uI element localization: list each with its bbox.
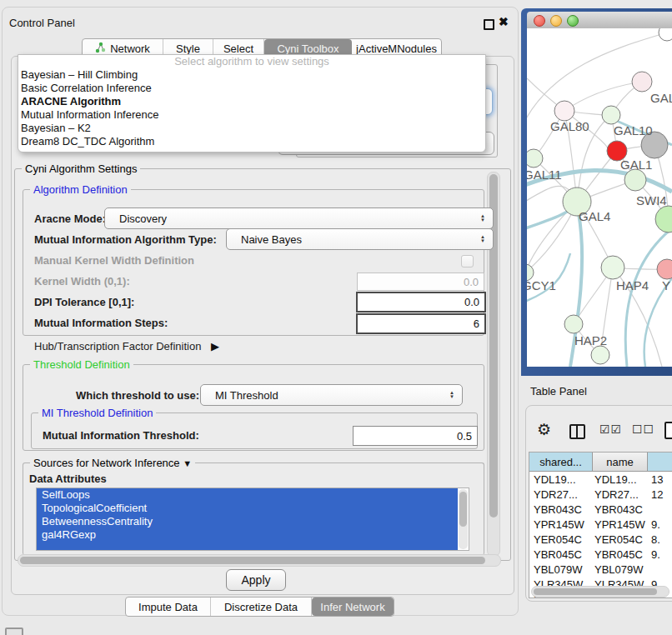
cyni-settings-group-title: Cyni Algorithm Settings	[22, 162, 140, 175]
network-node[interactable]	[527, 149, 543, 168]
sources-group-title[interactable]: Sources for Network Inference ▼	[30, 457, 195, 469]
network-edge[interactable]	[625, 228, 672, 367]
table-cell[interactable]: 12	[648, 488, 672, 501]
table-cell[interactable]: 8.	[648, 533, 672, 546]
unchecked-boxes-icon[interactable]: ☐☐	[632, 422, 654, 436]
data-attributes-label: Data Attributes	[29, 472, 107, 485]
column-header-name[interactable]: name	[593, 452, 648, 471]
table-row[interactable]: YBL079WYBL079W	[529, 562, 672, 577]
dpi-tolerance-field[interactable]: 0.0	[356, 292, 486, 312]
network-node[interactable]	[591, 346, 609, 364]
table-cell[interactable]: YBL079W	[529, 563, 593, 576]
mi-threshold-field[interactable]: 0.5	[353, 426, 478, 446]
table-cell[interactable]: YBR045C	[593, 548, 648, 561]
mi-steps-field[interactable]: 6	[356, 313, 486, 334]
attribute-item[interactable]: SelfLoops	[37, 488, 458, 502]
attribute-item[interactable]: BetweennessCentrality	[37, 515, 458, 528]
checked-boxes-icon[interactable]: ☑☑	[599, 422, 622, 436]
table-row[interactable]: YBR045CYBR045C9.	[529, 547, 672, 562]
table-cell[interactable]: YDR27...	[593, 488, 648, 501]
dpi-tolerance-label: DPI Tolerance [0,1]:	[34, 296, 134, 308]
table-cell[interactable]: YDL19...	[529, 473, 593, 486]
kernel-width-label: Kernel Width (0,1):	[34, 275, 130, 288]
network-node[interactable]	[655, 206, 672, 232]
network-node[interactable]	[659, 28, 672, 41]
table-cell[interactable]: YBR043C	[529, 503, 593, 516]
network-node[interactable]	[657, 259, 672, 279]
apply-button[interactable]: Apply	[226, 569, 286, 591]
table-horizontal-scrollbar[interactable]	[531, 586, 669, 598]
network-node[interactable]	[602, 106, 620, 124]
table-row[interactable]: YDL19...YDL19...13	[529, 472, 672, 487]
sheet-icon[interactable]	[664, 422, 672, 439]
table-cell[interactable]: YPR145W	[529, 518, 593, 531]
kernel-width-field[interactable]: 0.0	[357, 272, 484, 291]
dropdown-item[interactable]: Mutual Information Inference	[18, 108, 485, 122]
network-canvas[interactable]: GALGAL80GAL10GAL1GAL11SWI4GAL4GCY1HAP4YH…	[527, 28, 672, 367]
table-cell[interactable]: YER054C	[529, 533, 593, 546]
data-attributes-list: SelfLoops TopologicalCoefficient Between…	[36, 488, 469, 551]
zoom-traffic-light-icon[interactable]	[567, 15, 579, 27]
attribute-item[interactable]: gal4RGexp	[37, 528, 458, 542]
network-node[interactable]	[624, 169, 646, 191]
network-node[interactable]	[632, 72, 652, 92]
tab-discretize-data-label: Discretize Data	[224, 601, 298, 613]
table-cell[interactable]: YBL079W	[593, 563, 648, 576]
aracne-mode-combobox[interactable]: Discovery ▲▼	[104, 208, 494, 229]
minimized-panel-icon[interactable]	[5, 628, 23, 635]
dropdown-item[interactable]: Bayesian – K2	[18, 122, 485, 135]
tab-infer-network[interactable]: Infer Network	[312, 598, 394, 616]
attributes-vertical-scrollbar[interactable]	[459, 489, 468, 549]
network-edge[interactable]	[564, 82, 642, 111]
column-header-partial[interactable]	[648, 452, 672, 471]
table-cell[interactable]: 9.	[648, 548, 672, 561]
hub-definition-toggle[interactable]: Hub/Transcription Factor Definition ▶	[34, 340, 219, 352]
which-threshold-value: MI Threshold	[215, 389, 278, 402]
combo-spinner-icon: ▲▼	[449, 391, 454, 399]
node-label: HAP4	[616, 278, 649, 292]
tab-impute-data[interactable]: Impute Data	[126, 598, 211, 616]
network-node[interactable]	[601, 256, 624, 279]
attribute-item-partial[interactable]	[37, 542, 458, 551]
dropdown-item[interactable]: Bayesian – Hill Climbing	[18, 68, 485, 82]
table-cell[interactable]: YER054C	[593, 533, 648, 546]
mi-steps-label: Mutual Information Steps:	[34, 317, 168, 329]
dropdown-item[interactable]: Basic Correlation Inference	[18, 82, 485, 95]
dropdown-item-highlighted[interactable]: ARACNE Algorithm	[18, 95, 485, 108]
settings-horizontal-scrollbar[interactable]	[18, 554, 501, 567]
network-node[interactable]	[554, 101, 574, 121]
table-cell[interactable]: YPR145W	[593, 518, 648, 531]
tab-style-label: Style	[176, 42, 200, 55]
which-threshold-combobox[interactable]: MI Threshold ▲▼	[200, 384, 463, 406]
table-row[interactable]: YER054CYER054C8.	[529, 532, 672, 547]
table-cell[interactable]: YDR27...	[529, 488, 593, 501]
table-row[interactable]: YDR27...YDR27...12	[529, 487, 672, 502]
expand-right-icon: ▶	[211, 340, 219, 352]
table-cell[interactable]: YBR043C	[593, 503, 648, 516]
threshold-definition-title: Threshold Definition	[30, 358, 133, 371]
table-cell[interactable]: YDL19...	[593, 473, 648, 486]
node-label: GAL1	[620, 158, 652, 172]
node-table-body: YDL19...YDL19...13YDR27...YDR27...12YBR0…	[529, 472, 672, 598]
close-traffic-light-icon[interactable]	[534, 15, 545, 27]
column-header-shared-name[interactable]: shared...	[529, 452, 593, 471]
table-cell[interactable]: 13	[648, 473, 672, 486]
gear-icon[interactable]: ⚙	[537, 420, 551, 439]
network-window-titlebar[interactable]	[527, 12, 672, 29]
network-node[interactable]	[564, 315, 583, 333]
table-cell[interactable]: YBR045C	[529, 548, 593, 561]
close-icon[interactable]: ✖	[499, 15, 509, 28]
table-row[interactable]: YPR145WYPR145W9.	[529, 517, 672, 532]
attribute-item[interactable]: TopologicalCoefficient	[37, 502, 458, 515]
dropdown-item[interactable]: Dream8 DC_TDC Algorithm	[18, 135, 485, 148]
manual-kernel-checkbox[interactable]	[461, 255, 474, 268]
table-row[interactable]: YBR043CYBR043C	[529, 502, 672, 517]
tab-impute-data-label: Impute Data	[138, 601, 198, 613]
float-window-icon[interactable]	[484, 19, 494, 30]
table-cell[interactable]: 9.	[648, 518, 672, 531]
split-columns-icon[interactable]	[569, 424, 585, 439]
mi-type-combobox[interactable]: Naive Bayes ▲▼	[226, 228, 494, 250]
tab-discretize-data[interactable]: Discretize Data	[211, 598, 312, 616]
algorithm-dropdown-popup: Select algorithm to view settings Bayesi…	[18, 54, 486, 152]
minimize-traffic-light-icon[interactable]	[550, 15, 562, 27]
